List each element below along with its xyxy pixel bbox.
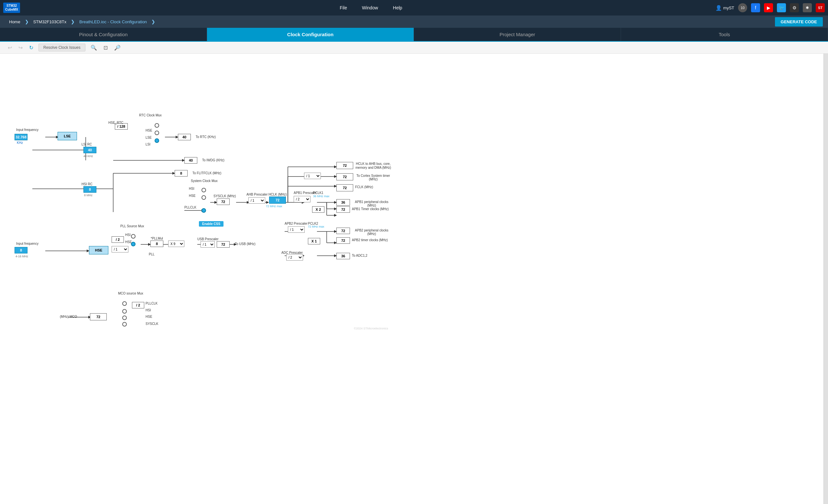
rtc-mux-circle-0[interactable]	[155, 123, 159, 128]
sys-mux-pll[interactable]	[202, 208, 206, 213]
usb-out-val[interactable]: 72	[217, 241, 230, 248]
input-freq-hse-label: Input frequency	[16, 242, 39, 245]
hsi-val-box[interactable]: 8	[83, 186, 96, 193]
pclk2-max: 72 MHz max	[308, 225, 324, 228]
logo-area: STM32 CubeMX	[3, 3, 20, 13]
hsi-mhz: 8 MHz	[84, 194, 92, 197]
breadcrumb-file[interactable]: BreathLED.ioc - Clock Configuration	[75, 17, 151, 26]
fclk-val[interactable]: 72	[336, 184, 353, 191]
pll-input-val[interactable]: 8	[151, 240, 163, 247]
lsi-rc-label: LSI RC	[82, 143, 92, 146]
fit-icon[interactable]: ⊡	[102, 44, 109, 51]
rtc-mux-circle-1[interactable]	[155, 131, 159, 135]
pll-mux-hsi[interactable]	[131, 234, 135, 239]
hclk-ahb-label: HCLK to AHB bus, core, memory and DMA (M…	[355, 162, 391, 170]
mco-circle-pllclk[interactable]	[122, 301, 127, 306]
lsi-mux-label: LSI	[146, 143, 151, 146]
canvas-area[interactable]: Input frequency 32.768 KHz LSE LSI RC 40…	[0, 54, 824, 504]
mco-hsi-label: HSI	[146, 309, 151, 312]
cortex-div-select[interactable]: / 1 / 8	[304, 173, 321, 179]
tab-project[interactable]: Project Manager	[414, 28, 621, 41]
cortex-timer-label: To Cortex System timer (MHz)	[355, 174, 391, 181]
adc-val[interactable]: 36	[336, 253, 350, 259]
sys-mux-hse[interactable]	[202, 195, 206, 200]
mco-div2: / 2	[132, 302, 144, 309]
pll-hsi-label: HSI	[125, 233, 131, 237]
hse-sys-label: HSE	[189, 194, 196, 197]
sys-mux-hsi[interactable]	[202, 188, 206, 192]
pllclk-label: PLLCLK	[184, 205, 196, 209]
pclk1-max: 36 MHz max	[313, 195, 330, 198]
breadcrumb-home[interactable]: Home	[5, 17, 24, 26]
mco-circle-hsi[interactable]	[122, 309, 127, 314]
to-rtc-box[interactable]: 40	[178, 134, 191, 140]
hse-input-box[interactable]: 8	[14, 247, 28, 254]
mco-out-val[interactable]: 72	[90, 313, 107, 320]
hse-prescaler-select[interactable]: / 1	[112, 246, 128, 253]
input-freq-lse-label: Input frequency	[16, 128, 39, 132]
rtc-mux-circle-2[interactable]	[155, 138, 159, 143]
hse-block: HSE	[89, 246, 108, 255]
hclk-ahb-val[interactable]: 72	[336, 162, 353, 169]
fclk-label: FCLK (MHz)	[355, 185, 373, 189]
facebook-icon[interactable]: f	[751, 3, 760, 12]
apb1-peri-val[interactable]: 36	[336, 199, 350, 205]
undo-icon[interactable]: ↩	[6, 44, 13, 51]
tab-clock[interactable]: Clock Configuration	[207, 28, 414, 41]
redo-icon[interactable]: ↪	[17, 44, 24, 51]
apb2-prescaler-select[interactable]: / 1	[288, 226, 305, 233]
tab-bar: Pinout & Configuration Clock Configurati…	[0, 28, 828, 42]
enable-css-button[interactable]: Enable CSS	[199, 221, 223, 227]
nav-help[interactable]: Help	[390, 4, 405, 12]
zoom-out-icon[interactable]: 🔎	[113, 44, 122, 51]
hclk-max: 72 MHz max	[266, 204, 282, 208]
pll-mul-select[interactable]: X 9 X 2 X 3 X 4 X 5 X 6 X 7 X 8 X 10 X 1…	[168, 240, 184, 247]
usb-prescaler-select[interactable]: / 1 / 1.5	[201, 241, 215, 248]
main-area: Input frequency 32.768 KHz LSE LSI RC 40…	[0, 54, 828, 504]
adc-prescaler-select[interactable]: / 2 / 4 / 6 / 8	[286, 254, 303, 261]
youtube-icon[interactable]: ▶	[764, 3, 773, 12]
generate-code-button[interactable]: GENERATE CODE	[775, 17, 823, 27]
nav-file[interactable]: File	[337, 4, 349, 12]
tab-tools[interactable]: Tools	[621, 28, 828, 41]
st-icon[interactable]: ST	[816, 3, 825, 12]
hse-mux-label: HSE	[146, 129, 152, 132]
pllmul-label: *PLLMul	[151, 237, 163, 240]
nav-window[interactable]: Window	[359, 4, 381, 12]
apb2-x1: X 1	[308, 238, 320, 244]
github-icon[interactable]: ⚙	[790, 3, 799, 12]
mco-circle-sysclk[interactable]	[122, 322, 127, 326]
user-link[interactable]: 👤 myST	[715, 5, 734, 11]
apb2-pre-label: APB2 Prescaler	[285, 222, 307, 225]
ahb-pre-label: AHB Prescaler	[246, 193, 268, 196]
tab-pinout[interactable]: Pinout & Configuration	[0, 28, 207, 41]
lse-block: LSE	[57, 132, 77, 140]
mco-circle-hse[interactable]	[122, 316, 127, 320]
resolve-clock-button[interactable]: Resolve Clock Issues	[39, 44, 85, 51]
toolbar: ↩ ↪ ↻ Resolve Clock Issues 🔍 ⊡ 🔎	[0, 42, 828, 54]
usb-pre-label: USB Prescaler	[197, 237, 219, 241]
mco-mhz-label: (MHz) MCO	[60, 315, 77, 318]
apb1-timer-val[interactable]: 72	[336, 206, 350, 213]
lse-input-box[interactable]: 32.768	[14, 134, 28, 140]
hclk-box[interactable]: 72	[269, 196, 286, 204]
twitter-icon[interactable]: 🐦	[777, 3, 786, 12]
breadcrumb-device[interactable]: STM32F103C8Tx	[30, 17, 71, 26]
sysclk-box[interactable]: 72	[217, 198, 230, 205]
right-scrollbar[interactable]	[824, 54, 828, 504]
to-flit-box[interactable]: 8	[175, 170, 188, 177]
zoom-in-icon[interactable]: 🔍	[89, 44, 98, 51]
asterisk-icon[interactable]: ✱	[803, 3, 812, 12]
apb1-prescaler-select[interactable]: / 2 / 1 / 4 / 8 / 16	[294, 196, 310, 202]
ahb-prescaler-select[interactable]: / 1	[248, 197, 265, 204]
apb2-peri-val[interactable]: 72	[336, 228, 350, 234]
watermark: ©2024 STMicroelectronics	[354, 327, 388, 330]
apb2-timer-val[interactable]: 72	[336, 237, 350, 244]
to-iwdg-box[interactable]: 40	[184, 157, 197, 164]
clock-diagram: Input frequency 32.768 KHz LSE LSI RC 40…	[3, 57, 391, 332]
nav-menu: File Window Help	[27, 4, 715, 12]
adc-label: To ADC1,2	[352, 254, 367, 257]
cortex-val[interactable]: 72	[336, 173, 353, 180]
refresh-icon[interactable]: ↻	[28, 44, 35, 51]
lsi-val-box[interactable]: 40	[83, 147, 96, 153]
